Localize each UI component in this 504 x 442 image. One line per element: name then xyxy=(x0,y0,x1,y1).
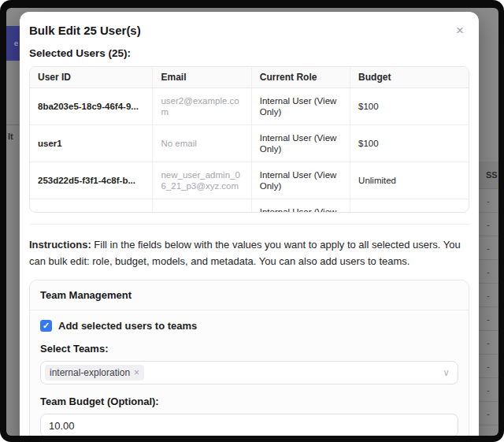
background-table-cell: - xyxy=(479,425,498,436)
select-teams-label: Select Teams: xyxy=(40,343,458,355)
checkbox-label[interactable]: Add selected users to teams xyxy=(58,320,197,332)
chevron-down-icon[interactable]: ∨ xyxy=(443,367,450,378)
background-table-fragment: SS ----------- xyxy=(479,8,498,436)
background-text-fragment: lt xyxy=(8,132,13,141)
background-button-text: e xyxy=(14,39,18,47)
cell-user-id: user1 xyxy=(30,125,153,162)
selected-team-tag: internal-exploration × xyxy=(45,365,144,381)
team-management-heading: Team Management xyxy=(30,280,469,310)
cell-role: Internal User (View Only) xyxy=(251,162,350,199)
dimmed-backdrop: e lt SS ----------- Bulk Edit 25 User(s)… xyxy=(6,8,498,436)
checkbox-checked-icon[interactable]: ✓ xyxy=(40,320,52,332)
instructions-text: Instructions: Fill in the fields below w… xyxy=(29,236,469,269)
teams-multiselect[interactable]: internal-exploration × ∨ xyxy=(40,361,458,384)
column-header-budget: Budget xyxy=(350,67,469,88)
background-table-cell: - xyxy=(479,236,498,260)
cell-budget: Unlimited xyxy=(350,162,469,199)
background-table-cell: - xyxy=(479,331,498,355)
window-frame: e lt SS ----------- Bulk Edit 25 User(s)… xyxy=(0,0,504,442)
table-row: user1 No email Internal User (View Only)… xyxy=(30,125,469,162)
table-row: 5dbd2335-cdd6-47ca-b... inter Internal U… xyxy=(30,199,469,214)
cell-role: Internal User (View Only) xyxy=(251,125,350,162)
add-users-to-teams-checkbox-row[interactable]: ✓ Add selected users to teams xyxy=(40,320,458,332)
cell-user-id: 8ba203e5-18c9-46f4-9... xyxy=(30,88,153,125)
cell-budget: $100 xyxy=(350,88,469,125)
team-tag-label: internal-exploration xyxy=(50,367,130,378)
cell-budget: $100 xyxy=(350,125,469,162)
modal-title: Bulk Edit 25 User(s) xyxy=(29,24,469,37)
cell-email: user2@example.com xyxy=(153,88,251,125)
background-table-rows: ----------- xyxy=(479,189,498,436)
team-management-body: ✓ Add selected users to teams Select Tea… xyxy=(30,310,469,436)
column-header-email: Email xyxy=(153,67,251,88)
cell-user-id: 5dbd2335-cdd6-47ca-b... xyxy=(30,199,153,214)
selected-users-table: User ID Email Current Role Budget 8ba203… xyxy=(29,66,469,213)
team-budget-input[interactable] xyxy=(40,414,458,436)
table-header-row: User ID Email Current Role Budget xyxy=(30,67,469,88)
section-divider xyxy=(29,224,469,225)
background-table-cell: - xyxy=(479,213,498,236)
instructions-label: Instructions: xyxy=(29,239,91,251)
team-budget-label: Team Budget (Optional): xyxy=(40,396,458,407)
cell-user-id: 253d22d5-f3f1-4c8f-b... xyxy=(30,162,153,199)
background-row-divider xyxy=(6,124,20,125)
selected-users-heading: Selected Users (25): xyxy=(29,47,469,59)
background-table-cell: - xyxy=(479,307,498,331)
cell-email: inter xyxy=(153,199,251,214)
cell-role: Internal User (View Only) xyxy=(251,88,350,125)
cell-role: Internal User (View Only) xyxy=(251,199,350,214)
column-header-current-role: Current Role xyxy=(251,67,350,88)
team-management-card: Team Management ✓ Add selected users to … xyxy=(29,280,469,436)
background-table-cell: - xyxy=(479,260,498,284)
column-header-user-id: User ID xyxy=(30,67,153,88)
table-row: 253d22d5-f3f1-4c8f-b... new_user_admin_0… xyxy=(30,162,469,199)
remove-team-icon[interactable]: × xyxy=(134,367,139,378)
background-table-cell: - xyxy=(479,189,498,213)
bulk-edit-modal: Bulk Edit 25 User(s) × Selected Users (2… xyxy=(20,12,479,436)
cell-budget: Unlimited xyxy=(350,199,469,214)
table-row: 8ba203e5-18c9-46f4-9... user2@example.co… xyxy=(30,88,469,125)
background-column-header: SS xyxy=(479,162,498,189)
background-table-cell: - xyxy=(479,284,498,307)
modal-header: Bulk Edit 25 User(s) × xyxy=(29,24,469,37)
background-button-fragment: e xyxy=(6,26,20,61)
close-icon[interactable]: × xyxy=(452,23,468,39)
background-table-cell: - xyxy=(479,378,498,402)
background-table-cell: - xyxy=(479,402,498,425)
cell-email: new_user_admin_06_21_p3@xyz.com xyxy=(153,162,251,199)
background-table-cell: - xyxy=(479,355,498,378)
cell-email: No email xyxy=(153,125,251,162)
